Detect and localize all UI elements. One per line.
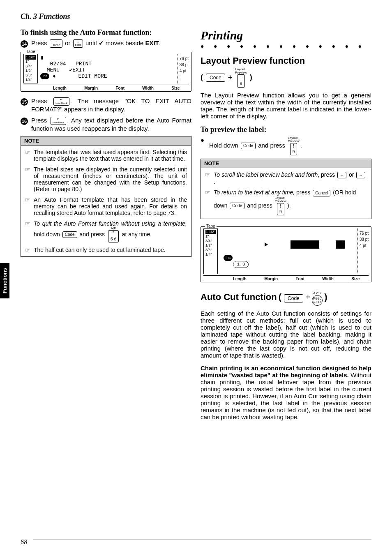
newblock-key: ↵New Block	[53, 97, 69, 106]
footer-rule	[33, 540, 371, 540]
lcd-tape-label: Tape	[205, 224, 217, 229]
two-column-layout: To finish using the Auto Format function…	[21, 28, 371, 426]
autocut-heading-row: Auto Cut function ( Code + A.Cut Feed&Cu…	[201, 291, 371, 306]
step-15: 15 Press ↵New Block. The message "OK TO …	[21, 97, 191, 113]
step-number-14: 14	[21, 40, 28, 48]
pointer-icon: ☞	[205, 171, 210, 185]
code-key: Code	[230, 203, 244, 209]
lcd-tape-label: Tape	[25, 49, 37, 54]
printing-title: Printing	[201, 28, 371, 42]
pointer-icon: ☞	[205, 189, 210, 215]
newblock-key: ↵New Block	[51, 117, 66, 125]
layout-preview-9-key: Layout Preview !9	[235, 68, 247, 88]
step-15-text: Press ↵New Block. The message "OK TO EXI…	[31, 97, 191, 113]
lcd-preview-strip: Ins 1.3	[220, 229, 357, 274]
finish-autoformat-heading: To finish using the Auto Format function…	[21, 28, 191, 37]
lcd-font-sizes: 76 pt 38 pt 4 pt	[178, 54, 189, 83]
step-16: 16 Press ↵New Block. Any text displayed …	[21, 117, 191, 132]
layout-preview-body: The Layout Preview function allows you t…	[201, 92, 371, 120]
lcd-tape-sizes: 1 1/2" 1" 3/4" 1/2" 3/8" 1/4"	[23, 54, 38, 83]
autocut-heading: Auto Cut function	[201, 292, 277, 302]
right-column: Printing ● ● ● ● ● ● ● ● ● ● ● ● ● ● ● ●…	[201, 28, 371, 426]
bullet-icon: ●	[201, 136, 204, 155]
note-box-left: NOTE ☞ The template that was last used a…	[21, 136, 191, 257]
lcd-bottom-labels: Length Margin Font Width Size	[23, 85, 189, 90]
lcd-tape-sizes: 1 1/2" 1" 3/4" 1/2" 3/8" 1/4"	[203, 229, 218, 274]
layout-preview-heading: Layout Preview function	[201, 55, 371, 66]
code-key: Code	[284, 294, 303, 302]
preview-step: ● Hold down Code and press Layout Previe…	[201, 136, 371, 155]
note-item-2: ☞ The label sizes are displayed in the c…	[25, 166, 187, 192]
code-key: Code	[241, 143, 256, 149]
home-key: ↑Home	[50, 39, 62, 48]
pointer-icon: ☞	[25, 166, 30, 192]
note-right-item-2: ☞ To return to the text at any time, pre…	[205, 189, 367, 215]
note-item-3: ☞ An Auto Format template that has been …	[25, 196, 187, 216]
pointer-icon: ☞	[25, 196, 30, 216]
chain-printing-body: Chain printing is an economical function…	[201, 365, 371, 420]
dots-divider: ● ● ● ● ● ● ● ● ● ● ● ● ● ● ● ● ● ● ● ● …	[201, 43, 371, 50]
left-column: To finish using the Auto Format function…	[21, 28, 191, 426]
step-number-15: 15	[21, 98, 28, 106]
feed-cut-key: A.Cut Feed&Cut	[312, 291, 323, 306]
autocut-body: Each setting of the Auto Cut function co…	[201, 310, 371, 359]
note-header: NOTE	[201, 159, 371, 168]
step-14-text: Press ↑Home or ↓End until ✔ moves beside…	[31, 39, 161, 48]
code-key: Code	[206, 74, 225, 82]
lcd-font-sizes: 76 pt 38 pt 4 pt	[357, 229, 369, 274]
lcd-bottom-labels: Length Margin Font Width Size	[203, 275, 369, 281]
af-6-key: A/F "6 é	[107, 227, 120, 242]
page-number: 68	[21, 538, 27, 546]
note-box-right: NOTE ☞ To scroll the label preview back …	[201, 159, 371, 219]
side-tab-functions: Functions	[0, 263, 9, 298]
note-right-item-1: ☞ To scroll the label preview back and f…	[205, 171, 367, 185]
code-key: Code	[62, 231, 77, 238]
pointer-icon: ☞	[25, 247, 30, 253]
right-arrow-key: →	[356, 172, 365, 178]
preview-label-heading: To preview the label:	[201, 125, 371, 134]
note-item-1: ☞ The template that was last used appear…	[25, 149, 187, 162]
note-item-4: ☞ To quit the Auto Format function witho…	[25, 220, 187, 242]
note-header: NOTE	[21, 136, 191, 145]
lcd-display-1: Tape 1 1/2" 1" 3/4" 1/2" 3/8" 1/4" ▮ 02/…	[21, 52, 191, 92]
left-arrow-key: ←	[337, 172, 346, 178]
layout-preview-keycombo: ( Code + Layout Preview !9 )	[201, 68, 371, 88]
lcd-display-2: Tape 1 1/2" 1" 3/4" 1/2" 3/8" 1/4" Ins 1…	[201, 226, 371, 282]
step-number-16: 16	[21, 118, 28, 125]
lcd-center-text: ▮ 02/04 PRINT MENU ✔EXIT Ins ♦ EDIT MORE	[40, 54, 178, 83]
cancel-key: Cancel	[313, 190, 330, 196]
step-16-text: Press ↵New Block. Any text displayed bef…	[31, 117, 191, 132]
pointer-icon: ☞	[25, 220, 30, 242]
end-key: ↓End	[73, 39, 83, 48]
layout-preview-9-key: Layout Preview !9	[288, 136, 299, 155]
note-item-5: ☞ The half cut can only be used to cut l…	[25, 247, 187, 253]
step-14: 14 Press ↑Home or ↓End until ✔ moves bes…	[21, 39, 191, 48]
lcd-length-bubble: 1.3	[233, 261, 249, 268]
layout-preview-9-key: Layout Preview !9	[275, 196, 286, 215]
pointer-icon: ☞	[25, 149, 30, 162]
chapter-header: Ch. 3 Functions	[21, 12, 371, 21]
